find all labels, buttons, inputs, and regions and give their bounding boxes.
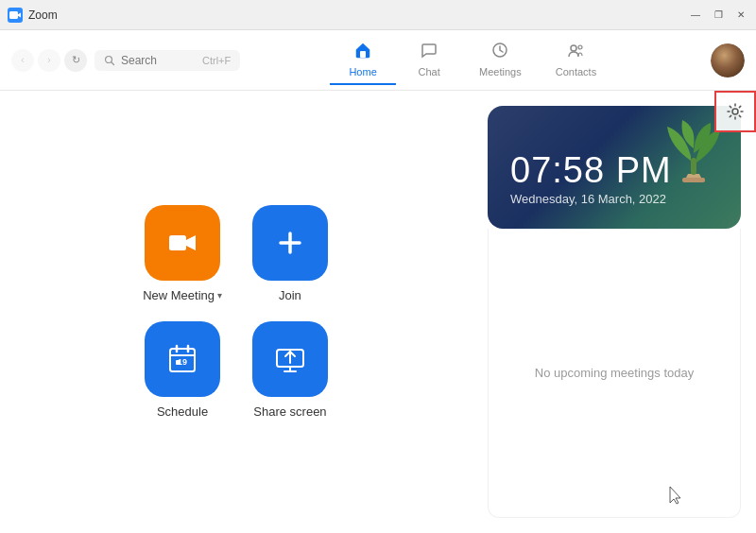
no-meetings-text: No upcoming meetings today [535, 366, 694, 380]
join-label: Join [279, 288, 301, 302]
search-input[interactable] [121, 54, 197, 67]
chat-icon [420, 41, 438, 64]
refresh-button[interactable]: ↻ [64, 49, 87, 72]
tab-meetings[interactable]: Meetings [462, 35, 539, 85]
schedule-item[interactable]: 19 Schedule [143, 321, 222, 419]
tab-home[interactable]: Home [330, 35, 396, 85]
tab-home-label: Home [349, 66, 376, 77]
gear-icon [726, 102, 745, 121]
tab-chat-label: Chat [418, 66, 439, 77]
home-icon [353, 41, 372, 64]
settings-button[interactable] [714, 91, 756, 132]
avatar-image [711, 43, 745, 77]
search-icon [104, 55, 115, 66]
forward-button[interactable]: › [38, 49, 60, 72]
contacts-icon [566, 41, 585, 64]
svg-line-2 [112, 61, 114, 64]
join-item[interactable]: Join [250, 205, 330, 302]
title-bar-controls: — ❐ ✕ [688, 8, 748, 23]
svg-rect-3 [360, 51, 366, 58]
tab-contacts-label: Contacts [556, 66, 596, 77]
title-bar: Zoom — ❐ ✕ [0, 0, 756, 30]
dropdown-arrow-icon: ▾ [217, 290, 222, 301]
plus-icon [273, 226, 307, 260]
svg-text:19: 19 [178, 357, 187, 367]
share-screen-item[interactable]: Share screen [250, 321, 330, 419]
svg-rect-8 [169, 235, 186, 250]
nav-bar: ‹ › ↻ Ctrl+F Home [0, 30, 756, 91]
svg-rect-21 [682, 178, 705, 182]
close-button[interactable]: ✕ [733, 8, 748, 23]
search-bar[interactable]: Ctrl+F [94, 50, 240, 71]
share-screen-icon [273, 342, 307, 376]
join-button[interactable] [252, 205, 328, 281]
schedule-button[interactable]: 19 [145, 321, 220, 397]
calendar-icon: 19 [165, 342, 199, 376]
share-screen-label: Share screen [253, 404, 326, 419]
main-content: New Meeting ▾ Join [0, 91, 756, 533]
new-meeting-item[interactable]: New Meeting ▾ [143, 205, 222, 302]
tab-chat[interactable]: Chat [396, 35, 462, 85]
schedule-label: Schedule [157, 404, 208, 419]
clock-card: 07:58 PM Wednesday, 16 March, 2022 [488, 106, 741, 229]
tab-meetings-label: Meetings [479, 66, 522, 77]
share-screen-button[interactable] [252, 321, 328, 397]
action-grid: New Meeting ▾ Join [143, 205, 330, 419]
nav-tabs: Home Chat Meetings [330, 35, 613, 85]
tab-contacts[interactable]: Contacts [539, 35, 613, 85]
title-bar-title: Zoom [28, 9, 58, 22]
svg-point-7 [732, 109, 738, 114]
nav-arrows: ‹ › ↻ [11, 49, 87, 72]
new-meeting-label: New Meeting ▾ [143, 288, 222, 302]
action-panel: New Meeting ▾ Join [0, 91, 472, 533]
svg-point-6 [578, 45, 582, 49]
video-icon [165, 226, 199, 260]
svg-rect-22 [691, 158, 696, 175]
title-bar-left: Zoom [8, 8, 58, 23]
maximize-button[interactable]: ❐ [711, 8, 726, 23]
minimize-button[interactable]: — [688, 8, 703, 23]
meetings-panel: No upcoming meetings today [488, 229, 741, 518]
calendar-panel: 07:58 PM Wednesday, 16 March, 2022 No up… [472, 91, 756, 533]
search-shortcut: Ctrl+F [202, 55, 231, 66]
clock-date: Wednesday, 16 March, 2022 [510, 192, 718, 206]
new-meeting-button[interactable] [145, 205, 220, 281]
svg-point-5 [571, 45, 576, 51]
meetings-icon [490, 41, 509, 64]
back-button[interactable]: ‹ [11, 49, 34, 72]
avatar[interactable] [711, 43, 745, 77]
zoom-logo-icon [8, 8, 23, 23]
